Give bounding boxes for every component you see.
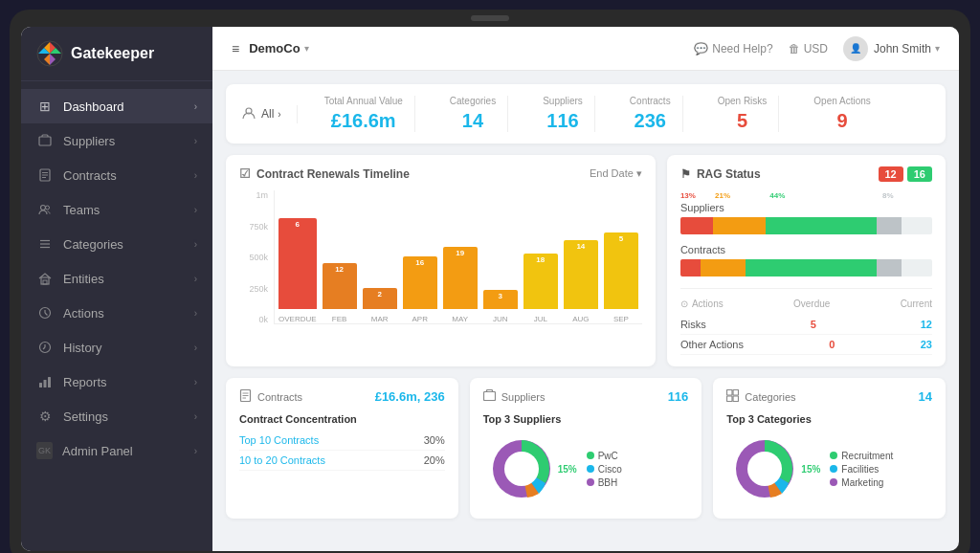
- legend-item: Marketing: [830, 477, 893, 488]
- stat-total-value: Total Annual Value £16.6m: [313, 96, 415, 132]
- rag-bar-contracts: [680, 259, 932, 276]
- bar-value-label: 14: [576, 242, 585, 251]
- categories-pie-chart: [726, 431, 803, 507]
- contracts-title-text: Contracts: [257, 391, 302, 403]
- currency-button[interactable]: 🗑 USD: [789, 42, 828, 55]
- stat-value: 5: [718, 110, 768, 132]
- rag-badge-green: 16: [907, 166, 932, 182]
- sidebar-item-history[interactable]: History ›: [21, 330, 212, 365]
- legend-label: Marketing: [841, 477, 883, 488]
- device-frame: Gatekeeper ⊞ Dashboard › Suppliers: [10, 10, 970, 553]
- y-label: 500k: [239, 253, 268, 262]
- sidebar-item-contracts[interactable]: Contracts ›: [21, 158, 212, 192]
- risk-overdue: 5: [811, 319, 816, 330]
- sidebar-item-suppliers[interactable]: Suppliers ›: [21, 123, 212, 158]
- svg-line-18: [43, 347, 45, 349]
- sidebar-item-actions[interactable]: Actions ›: [21, 296, 212, 330]
- contracts-card-value: £16.6m, 236: [375, 389, 445, 404]
- filter-label: All: [261, 107, 274, 121]
- suppliers-pie-chart: [483, 431, 560, 507]
- stats-bar: All › Total Annual Value £16.6m Categori…: [226, 84, 946, 144]
- stat-suppliers: Suppliers 116: [531, 96, 595, 132]
- svg-point-6: [41, 206, 46, 210]
- actions-icon: ⊙: [680, 299, 688, 309]
- rag-segment: [746, 259, 877, 276]
- stat-open-risks: Open Risks 5: [706, 96, 780, 132]
- categories-pie-area: 15% Recruitment Facilities: [726, 431, 932, 507]
- rag-segment: [902, 259, 932, 276]
- chart-title-text: Contract Renewals Timeline: [256, 167, 410, 181]
- nav-arrow: ›: [194, 205, 197, 215]
- rag-segment: [680, 217, 713, 234]
- sidebar-item-label: Teams: [63, 203, 194, 217]
- rag-badges: 12 16: [879, 166, 933, 182]
- svg-rect-31: [733, 390, 739, 396]
- rag-segment: [701, 259, 746, 276]
- categories-legend: Recruitment Facilities Marketing: [830, 451, 893, 488]
- sidebar-item-label: Entities: [63, 272, 194, 286]
- main-content: ≡ DemoCo ▾ 💬 Need Help? 🗑 USD 👤: [212, 27, 959, 551]
- sidebar-item-label: Settings: [63, 409, 194, 424]
- sidebar-item-entities[interactable]: Entities ›: [21, 261, 212, 296]
- svg-rect-19: [39, 383, 42, 387]
- rag-segment: [877, 259, 902, 276]
- sidebar-item-label: Dashboard: [63, 100, 194, 114]
- suppliers-subtitle: Top 3 Suppliers: [483, 413, 689, 425]
- categories-icon: [36, 235, 54, 253]
- sidebar-item-settings[interactable]: ⚙ Settings ›: [21, 399, 212, 433]
- chart-filter-button[interactable]: End Date ▾: [590, 167, 642, 180]
- charts-row: ☑ Contract Renewals Timeline End Date ▾: [226, 155, 946, 366]
- rag-segment: [877, 217, 902, 234]
- app-name: Gatekeeper: [71, 45, 154, 62]
- other-label: Other Actions: [680, 339, 744, 350]
- bar-group: 5 SEP: [604, 232, 638, 323]
- bar-x-label: MAR: [371, 315, 389, 323]
- bar-chart: 1m 750k 500k 250k 0k 6: [239, 190, 642, 343]
- top20-link[interactable]: 10 to 20 Contracts: [239, 454, 325, 466]
- sidebar-item-label: Reports: [63, 375, 194, 389]
- sidebar-nav: ⊞ Dashboard › Suppliers ›: [21, 81, 212, 551]
- legend-item: BBH: [587, 477, 622, 488]
- user-menu-button[interactable]: 👤 John Smith ▾: [843, 36, 940, 61]
- legend-dot: [587, 478, 594, 486]
- legend-label: Recruitment: [841, 451, 893, 461]
- top10-link[interactable]: Top 10 Contracts: [239, 434, 319, 446]
- stat-label: Open Actions: [813, 96, 870, 106]
- contracts-bottom-card: Contracts £16.6m, 236 Contract Concentra…: [226, 378, 458, 519]
- sidebar-item-reports[interactable]: Reports ›: [21, 365, 212, 399]
- sidebar-item-admin[interactable]: GK Admin Panel ›: [21, 433, 212, 468]
- bar-group: 6 OVERDUE: [278, 218, 317, 323]
- legend-dot: [587, 465, 594, 473]
- help-button[interactable]: 💬 Need Help?: [694, 42, 772, 55]
- menu-button[interactable]: ≡ DemoCo ▾: [232, 41, 309, 56]
- stat-categories: Categories 14: [438, 96, 508, 132]
- suppliers-bottom-card: Suppliers 116 Top 3 Suppliers: [470, 378, 702, 519]
- rag-bar-suppliers: [680, 217, 932, 234]
- bar-value-label: 5: [619, 234, 623, 243]
- concentration-row: 10 to 20 Contracts 20%: [239, 451, 445, 471]
- categories-pie-labels: 15%: [801, 464, 820, 475]
- bar-group: 16 APR: [403, 256, 437, 323]
- sidebar-item-dashboard[interactable]: ⊞ Dashboard ›: [21, 89, 212, 123]
- pct-green: 44%: [769, 191, 880, 200]
- stats-filter-button[interactable]: All ›: [241, 105, 298, 123]
- suppliers-legend: PwC Cisco BBH: [587, 451, 622, 488]
- categories-card-header: Categories 14: [726, 389, 932, 404]
- bar-value-label: 2: [377, 290, 381, 299]
- suppliers-pie-labels: 15%: [558, 464, 577, 475]
- sidebar-item-categories[interactable]: Categories ›: [21, 227, 212, 261]
- overdue-header: Overdue: [793, 299, 830, 309]
- rag-contracts-row: Contracts: [680, 244, 932, 276]
- sidebar-item-label: Contracts: [63, 168, 194, 183]
- teams-icon: [36, 201, 54, 218]
- svg-rect-27: [483, 392, 495, 401]
- renewals-chart-card: ☑ Contract Renewals Timeline End Date ▾: [226, 155, 656, 366]
- rag-percentages: 13% 21% 44% 8%: [680, 191, 932, 200]
- categories-subtitle: Top 3 Categories: [726, 413, 932, 425]
- sidebar-item-teams[interactable]: Teams ›: [21, 192, 212, 227]
- suppliers-card-value: 116: [668, 389, 689, 404]
- app-container: Gatekeeper ⊞ Dashboard › Suppliers: [21, 27, 959, 551]
- bar: 12: [323, 263, 357, 309]
- settings-icon: ⚙: [36, 408, 54, 425]
- person-icon: [241, 105, 256, 123]
